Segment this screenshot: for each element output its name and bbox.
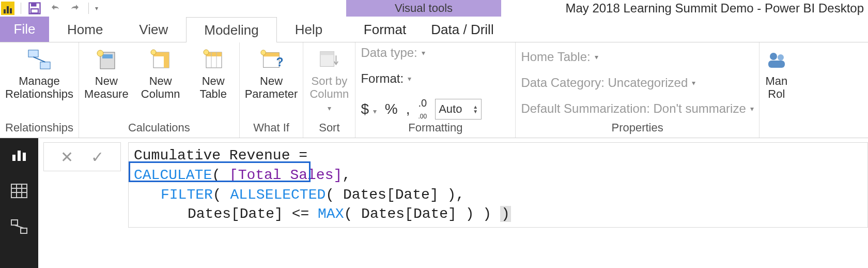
token-filter: FILTER xyxy=(161,187,213,203)
new-measure-button[interactable]: New Measure xyxy=(84,46,129,101)
view-rail xyxy=(0,138,38,268)
new-table-icon xyxy=(202,48,225,71)
chevron-down-icon: ▾ xyxy=(422,49,425,57)
formula-editor[interactable]: Cumulative Revenue = CALCULATE( [Total S… xyxy=(128,142,868,228)
decimal-places-input[interactable]: Auto ▲▼ xyxy=(435,99,482,120)
report-view-button[interactable] xyxy=(10,147,28,166)
group-relationships-label: Relationships xyxy=(5,121,73,137)
relationships-icon xyxy=(27,48,51,71)
tab-modeling[interactable]: Modeling xyxy=(186,17,277,42)
token-dates-1: Dates[Date] xyxy=(343,187,439,203)
tab-format[interactable]: Format xyxy=(346,17,424,42)
svg-rect-30 xyxy=(11,184,27,198)
svg-point-21 xyxy=(261,50,266,55)
separator xyxy=(21,3,21,14)
home-table-dropdown[interactable]: Home Table: ▾ xyxy=(521,50,598,64)
group-security: Man Rol xyxy=(760,42,794,138)
tab-file[interactable]: File xyxy=(0,17,49,42)
new-column-button[interactable]: New Column xyxy=(140,46,181,101)
format-dropdown[interactable]: Format: ▾ xyxy=(361,71,411,86)
contextual-tools-label: Visual tools xyxy=(346,0,501,17)
svg-text:?: ? xyxy=(276,55,283,69)
svg-rect-23 xyxy=(320,52,334,55)
svg-rect-28 xyxy=(18,151,21,161)
group-properties: Home Table: ▾ Data Category: Uncategoriz… xyxy=(516,42,759,138)
group-formatting: Data type: ▾ Format: ▾ $ ▾ % , .0.00 Aut… xyxy=(355,42,516,138)
group-relationships: Manage Relationships Relationships xyxy=(0,42,79,138)
group-formatting-label: Formatting xyxy=(361,121,510,137)
home-table-label: Home Table: xyxy=(521,50,590,64)
svg-rect-7 xyxy=(102,54,113,58)
new-parameter-button[interactable]: ? New Parameter xyxy=(245,46,298,101)
group-sort-label: Sort xyxy=(308,121,350,137)
group-whatif-label: What If xyxy=(245,121,298,137)
new-measure-label: New Measure xyxy=(84,75,129,101)
percent-format-button[interactable]: % xyxy=(385,101,398,117)
decimal-places-value: Auto xyxy=(439,102,462,116)
tab-home[interactable]: Home xyxy=(49,17,121,42)
tab-help[interactable]: Help xyxy=(277,17,340,42)
svg-rect-2 xyxy=(31,9,38,13)
manage-roles-button[interactable]: Man Rol xyxy=(763,46,791,101)
svg-rect-27 xyxy=(12,155,16,161)
svg-point-24 xyxy=(770,53,777,60)
svg-rect-4 xyxy=(40,62,50,69)
data-category-label: Data Category: Uncategorized xyxy=(521,76,688,90)
group-calculations-label: Calculations xyxy=(84,121,234,137)
default-summarization-dropdown[interactable]: Default Summarization: Don't summarize ▾ xyxy=(521,101,753,116)
redo-icon[interactable] xyxy=(67,2,82,14)
svg-rect-26 xyxy=(768,61,785,68)
token-dates-3: Dates[Date] xyxy=(361,206,457,222)
tab-data-drill[interactable]: Data / Drill xyxy=(424,17,501,42)
token-allselected: ALLSELECTED xyxy=(230,187,326,203)
group-properties-label: Properties xyxy=(521,121,753,137)
thousands-separator-button[interactable]: , xyxy=(406,101,410,117)
svg-point-12 xyxy=(151,50,156,55)
cancel-formula-button[interactable]: ✕ xyxy=(60,148,73,166)
svg-rect-3 xyxy=(28,50,38,57)
qat-dropdown-icon[interactable]: ▾ xyxy=(95,5,98,12)
sort-by-column-button[interactable]: Sort by Column ▾ xyxy=(308,46,350,112)
data-view-button[interactable] xyxy=(10,183,28,201)
undo-icon[interactable] xyxy=(48,2,64,14)
model-view-button[interactable] xyxy=(10,219,28,237)
data-type-dropdown[interactable]: Data type: ▾ xyxy=(361,46,425,60)
manage-relationships-button[interactable]: Manage Relationships xyxy=(5,46,73,101)
new-table-label: New Table xyxy=(199,75,227,101)
data-category-dropdown[interactable]: Data Category: Uncategorized ▾ xyxy=(521,76,695,90)
formula-controls: ✕ ✓ xyxy=(43,142,121,171)
svg-point-25 xyxy=(778,54,784,61)
svg-rect-1 xyxy=(31,3,37,7)
token-dates-2: Dates[Date] xyxy=(188,206,283,222)
chevron-down-icon: ▾ xyxy=(750,105,754,113)
group-calculations: New Measure New Column New Table Calcula… xyxy=(79,42,240,138)
manage-roles-label: Man Rol xyxy=(765,75,787,101)
commit-formula-button[interactable]: ✓ xyxy=(91,148,104,166)
chevron-down-icon: ▾ xyxy=(595,53,598,61)
separator xyxy=(88,3,89,14)
sort-by-column-label: Sort by Column xyxy=(309,75,349,101)
chevron-down-icon: ▾ xyxy=(408,75,411,83)
svg-rect-35 xyxy=(11,220,18,225)
chevron-down-icon: ▾ xyxy=(328,104,331,112)
currency-format-button[interactable]: $ ▾ xyxy=(361,101,376,117)
token-total-sales: [Total Sales] xyxy=(229,167,342,183)
svg-point-8 xyxy=(97,50,103,56)
tab-view[interactable]: View xyxy=(121,17,186,42)
quick-access-toolbar: ▾ Visual tools May 2018 Learning Summit … xyxy=(0,0,868,17)
decimal-icon[interactable]: .0.00 xyxy=(418,97,427,121)
spinner-icon[interactable]: ▲▼ xyxy=(473,105,478,114)
data-type-label: Data type: xyxy=(361,46,417,60)
formula-line-1: Cumulative Revenue = xyxy=(134,147,307,163)
format-label: Format: xyxy=(361,71,404,86)
roles-icon xyxy=(765,48,788,71)
default-summarization-label: Default Summarization: Don't summarize xyxy=(521,101,746,116)
svg-line-5 xyxy=(34,57,45,62)
svg-line-37 xyxy=(14,225,24,228)
svg-point-17 xyxy=(204,50,209,55)
new-column-icon xyxy=(149,48,173,71)
app-logo xyxy=(1,2,14,15)
new-table-button[interactable]: New Table xyxy=(193,46,234,101)
save-icon[interactable] xyxy=(27,1,42,16)
group-whatif: ? New Parameter What If xyxy=(240,42,304,138)
